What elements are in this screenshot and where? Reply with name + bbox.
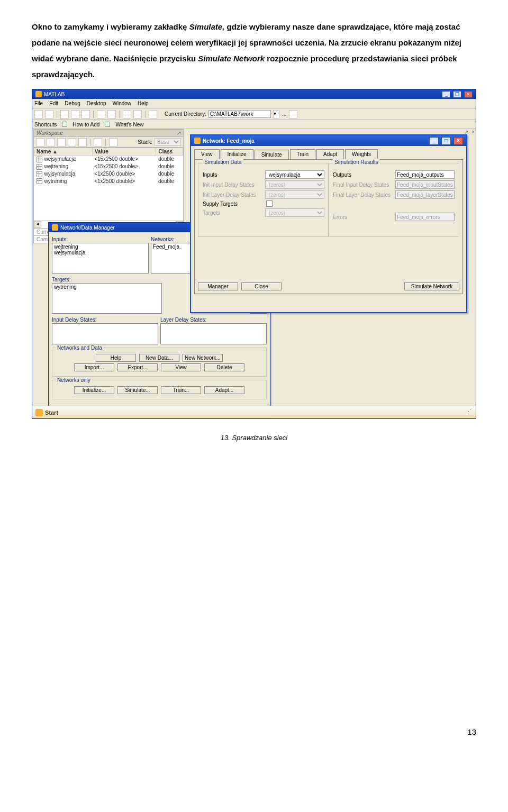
dir-dropdown-icon[interactable]: ▾ xyxy=(273,110,279,118)
cut-icon[interactable] xyxy=(60,110,69,118)
menu-edit[interactable]: Edit xyxy=(49,101,58,106)
manager-button[interactable]: Manager xyxy=(198,282,238,290)
minimize-button[interactable]: _ xyxy=(429,137,439,145)
start-button[interactable]: Start xyxy=(34,409,58,416)
copy-icon[interactable] xyxy=(71,110,79,118)
close-button[interactable]: × xyxy=(464,91,473,98)
workspace-title: Workspace↗ xyxy=(33,129,184,137)
ws-icon[interactable] xyxy=(47,138,55,147)
close-button[interactable]: × xyxy=(453,137,463,145)
table-row[interactable]: wejtrening<15x2500 double>double xyxy=(34,163,183,170)
help-button[interactable]: Help xyxy=(96,354,136,362)
ws-icon[interactable] xyxy=(109,138,117,147)
minimize-button[interactable]: _ xyxy=(442,91,450,98)
simulink-icon[interactable] xyxy=(123,110,131,118)
window-title: Network/Data Manager xyxy=(60,225,115,231)
initialize-button[interactable]: Initialize... xyxy=(74,386,114,394)
close-button[interactable]: Close xyxy=(241,282,282,290)
table-row[interactable]: wejsymulacja<15x2500 double>double xyxy=(34,156,183,163)
menubar: File Edit Debug Desktop Window Help xyxy=(32,99,476,108)
adapt-button[interactable]: Adapt... xyxy=(204,386,244,394)
shortcuts-bar: Shortcuts How to Add What's New xyxy=(32,120,476,129)
ws-icon[interactable] xyxy=(36,138,44,147)
input-delay-list[interactable] xyxy=(52,323,158,344)
dir-up-icon[interactable] xyxy=(289,110,297,118)
targets-label: Targets: xyxy=(52,277,162,282)
init-layer-delay-label: Init Layer Delay States xyxy=(203,192,265,198)
stack-select[interactable]: Base xyxy=(155,138,181,146)
maximize-button[interactable]: □ xyxy=(441,137,451,145)
new-icon[interactable] xyxy=(34,110,43,118)
tab-view[interactable]: View xyxy=(194,149,220,159)
help-icon[interactable] xyxy=(149,110,157,118)
import-button[interactable]: Import... xyxy=(74,363,114,371)
table-row[interactable]: wytrening<1x2500 double>double xyxy=(34,178,183,185)
guide-icon[interactable] xyxy=(133,110,142,118)
variable-icon xyxy=(37,171,42,177)
final-input-delay-label: Final Input Delay States xyxy=(333,182,395,188)
ws-icon[interactable] xyxy=(94,138,102,147)
maximize-button[interactable]: ❐ xyxy=(453,91,461,98)
tab-train[interactable]: Train xyxy=(290,149,315,159)
howto-link[interactable]: How to Add xyxy=(72,122,99,127)
matlab-icon xyxy=(194,138,201,144)
whatsnew-link[interactable]: What's New xyxy=(115,122,143,127)
errors-input xyxy=(395,213,455,221)
train-button[interactable]: Train... xyxy=(161,386,201,394)
tab-initialize[interactable]: Initialize xyxy=(221,149,253,159)
layer-delay-states-label: Layer Delay States: xyxy=(160,317,267,323)
text: Okno to zamykamy i wybieramy zakładkę xyxy=(32,22,189,31)
outputs-input[interactable] xyxy=(395,170,455,179)
new-network-button[interactable]: New Network... xyxy=(183,354,223,362)
menu-debug[interactable]: Debug xyxy=(65,101,80,106)
col-name[interactable]: Name ▲ xyxy=(34,148,93,156)
tabs: View Initialize Simulate Train Adapt Wei… xyxy=(191,146,466,159)
list-item[interactable]: wejsymulacja xyxy=(53,250,148,256)
matlab-icon xyxy=(52,224,58,231)
paste-icon[interactable] xyxy=(81,110,90,118)
simulate-button[interactable]: Simulate... xyxy=(117,386,158,394)
layer-delay-list[interactable] xyxy=(160,323,267,344)
outputs-label: Outputs xyxy=(333,172,395,178)
targets-list[interactable]: wytrening xyxy=(52,283,162,314)
list-item[interactable]: wytrening xyxy=(53,284,161,290)
network-footer-buttons: Manager Close Simulate Network xyxy=(198,282,459,290)
list-item[interactable]: wejtrening xyxy=(53,244,148,250)
inputs-list[interactable]: wejtrening wejsymulacja xyxy=(52,243,149,273)
export-button[interactable]: Export... xyxy=(117,363,158,371)
screenshot: MATLAB _ ❐ × File Edit Debug Desktop Win… xyxy=(32,89,476,420)
table-row[interactable]: wyjsymulacja<1x2500 double>double xyxy=(34,170,183,178)
window-title: MATLAB xyxy=(44,92,65,97)
col-class[interactable]: Class xyxy=(156,148,183,156)
undo-icon[interactable] xyxy=(97,110,105,118)
menu-window[interactable]: Window xyxy=(113,101,132,106)
inputs-select[interactable]: wejsymulacja xyxy=(265,170,324,179)
simulate-network-button[interactable]: Simulate Network xyxy=(404,282,459,290)
menu-file[interactable]: File xyxy=(34,101,43,106)
col-value[interactable]: Value xyxy=(92,148,156,156)
emphasis: Simulate Network xyxy=(198,54,265,63)
scroll-left-icon[interactable]: ◄ xyxy=(34,221,41,228)
delete-button[interactable]: Delete xyxy=(204,363,244,371)
tab-adapt[interactable]: Adapt xyxy=(316,149,344,159)
tab-weights[interactable]: Weights xyxy=(345,149,378,159)
networks-and-data-section: Networks and Data Help New Data... New N… xyxy=(52,348,267,377)
workspace-table: Name ▲ Value Class wejsymulacja<15x2500 … xyxy=(33,148,184,221)
supply-targets-checkbox[interactable] xyxy=(266,200,273,207)
current-dir-label: Current Directory: xyxy=(165,111,206,117)
redo-icon[interactable] xyxy=(107,110,116,118)
tab-simulate[interactable]: Simulate xyxy=(255,150,289,160)
open-icon[interactable] xyxy=(45,110,53,118)
matlab-icon xyxy=(35,91,42,97)
final-layer-delay-label: Final Layer Delay States xyxy=(333,192,395,198)
new-data-button[interactable]: New Data... xyxy=(139,354,179,362)
view-button[interactable]: View xyxy=(161,363,201,371)
ws-icon[interactable] xyxy=(78,138,87,147)
variable-icon xyxy=(37,164,42,170)
ws-icon[interactable] xyxy=(57,138,66,147)
menu-desktop[interactable]: Desktop xyxy=(87,101,106,106)
ws-icon[interactable] xyxy=(68,138,76,147)
menu-help[interactable]: Help xyxy=(138,101,149,106)
current-dir-input[interactable] xyxy=(208,110,271,118)
close-panel-icon[interactable]: × xyxy=(471,129,475,136)
